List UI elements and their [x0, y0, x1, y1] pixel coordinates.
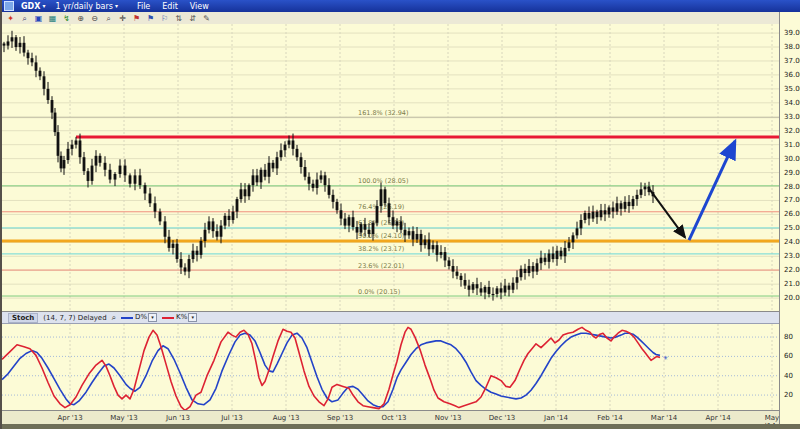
menu-edit[interactable]: Edit — [160, 2, 180, 11]
chart-style-icon[interactable]: ▣ — [33, 13, 44, 24]
time-axis-label: Aug '13 — [273, 414, 300, 422]
chevron-down-icon: ▾ — [42, 3, 45, 9]
price-axis-label: 34.00 — [784, 99, 800, 107]
time-axis-label: Sep '13 — [327, 414, 353, 422]
zoom-out-icon[interactable]: ⊖ — [89, 13, 100, 24]
stochastic-header: Stoch (14, 7, 7) Delayed ⌕ D%▾ K%▾ — [2, 311, 779, 324]
draw-tools-icon[interactable]: ✎ — [201, 13, 212, 24]
scale-down-icon[interactable]: ⇵ — [187, 13, 198, 24]
k-label: K% — [176, 313, 187, 321]
stoch-k-line — [2, 327, 660, 410]
blue-projection-arrow — [689, 141, 735, 240]
quote-star-icon[interactable]: ✦ — [5, 13, 16, 24]
price-axis-label: 38.00 — [784, 43, 800, 51]
price-chart-svg: 161.8% (32.94)100.0% (28.05)76.4% (26.19… — [2, 24, 779, 311]
d-dropdown[interactable]: ▾ — [148, 313, 157, 322]
price-axis-label: 36.00 — [784, 71, 800, 79]
time-axis-label: Apr '13 — [57, 414, 82, 422]
price-axis-label: 35.00 — [784, 85, 800, 93]
flag-forward-icon[interactable]: ⚑ — [145, 13, 156, 24]
price-axis-label: 22.00 — [784, 266, 800, 274]
magnifier-icon[interactable]: ⌕ — [112, 313, 116, 323]
time-axis-label: Oct '13 — [381, 414, 406, 422]
fib-label: 38.2% (23.17) — [358, 245, 404, 253]
stochastic-pane[interactable]: ✳ — [2, 324, 779, 410]
chevron-down-icon: ▾ — [115, 3, 118, 9]
menu-view[interactable]: View — [188, 2, 211, 11]
zoom-menu-icon[interactable]: ⌕ — [19, 13, 30, 24]
k-line-swatch — [162, 317, 174, 319]
indicators-icon[interactable]: ▦ — [47, 13, 58, 24]
fib-label: 161.8% (32.94) — [358, 109, 409, 117]
fib-label: 0.0% (20.15) — [358, 288, 400, 296]
fib-label: 100.0% (28.05) — [358, 177, 409, 185]
price-axis-label: 24.00 — [784, 238, 800, 246]
time-axis-label: Dec '13 — [489, 414, 516, 422]
k-dropdown[interactable]: ▾ — [188, 313, 197, 322]
menu-file[interactable]: File — [135, 2, 152, 11]
time-axis-label: Feb '14 — [597, 414, 622, 422]
black-projection-arrow — [648, 187, 685, 237]
stoch-axis-label: 80 — [784, 333, 793, 341]
fib-label: 23.6% (22.01) — [358, 262, 404, 270]
time-axis-label: Jan '14 — [544, 414, 568, 422]
price-chart-pane[interactable]: 161.8% (32.94)100.0% (28.05)76.4% (26.19… — [2, 24, 779, 311]
price-axis-label: 25.00 — [784, 224, 800, 232]
stoch-label: Stoch — [8, 313, 38, 323]
compare-icon[interactable]: ↯ — [61, 13, 72, 24]
time-axis-label: Nov '13 — [435, 414, 462, 422]
zoom-in-icon[interactable]: ⊕ — [75, 13, 86, 24]
price-axis-label: 28.00 — [784, 183, 800, 191]
d-label: D% — [135, 313, 147, 321]
symbol-dropdown[interactable]: GDX ▾ — [18, 2, 48, 11]
price-axis-label: 23.00 — [784, 252, 800, 260]
stoch-end-marker: ✳ — [663, 354, 668, 361]
time-axis-label: Apr '14 — [705, 414, 730, 422]
time-axis-label: Jul '13 — [221, 414, 243, 422]
stoch-d-line — [2, 333, 660, 407]
stochastic-svg: ✳ — [2, 324, 779, 410]
scale-up-icon[interactable]: ⇅ — [173, 13, 184, 24]
stoch-axis-label: 60 — [784, 352, 793, 360]
stoch-axis-label: 20 — [784, 391, 793, 399]
stoch-axis-label: 40 — [784, 372, 793, 380]
timeframe-dropdown[interactable]: 1 yr/daily bars ▾ — [52, 2, 121, 11]
price-axis-label: 32.00 — [784, 127, 800, 135]
legend-d: D%▾ — [121, 313, 157, 322]
time-axis-label: May '13 — [110, 414, 138, 422]
price-axis-label: 30.00 — [784, 155, 800, 163]
price-axis-label: 20.00 — [784, 294, 800, 302]
zoom-reset-icon[interactable]: ⌕ — [103, 13, 114, 24]
crosshair-icon[interactable]: ✛ — [117, 13, 128, 24]
chart-window: GDX ▾ 1 yr/daily bars ▾ File Edit View ✦… — [0, 0, 800, 429]
timeframe-label: 1 yr/daily bars — [55, 2, 113, 11]
d-line-swatch — [121, 317, 133, 319]
price-axis-label: 39.00 — [784, 29, 800, 37]
price-axis-label: 27.00 — [784, 196, 800, 204]
time-axis-label: Jun '13 — [166, 414, 190, 422]
stoch-params: (14, 7, 7) Delayed — [43, 314, 106, 322]
price-axis-label: 37.00 — [784, 57, 800, 65]
time-axis: Apr '13May '13Jun '13Jul '13Aug '13Sep '… — [2, 410, 779, 425]
title-bar: GDX ▾ 1 yr/daily bars ▾ File Edit View — [2, 0, 800, 12]
app-icon — [4, 1, 14, 11]
price-axis-label: 26.00 — [784, 210, 800, 218]
price-axis-label: 33.00 — [784, 113, 800, 121]
symbol-label: GDX — [21, 2, 40, 11]
flag-back-icon[interactable]: ⚐ — [159, 13, 170, 24]
price-axis-label: 31.00 — [784, 141, 800, 149]
price-axis: 39.0038.0037.0036.0035.0034.0033.0032.00… — [779, 12, 800, 424]
time-axis-label: Mar '14 — [651, 414, 677, 422]
price-axis-label: 29.00 — [784, 169, 800, 177]
window-bottom-frame — [2, 424, 800, 429]
menu-bar: File Edit View — [135, 2, 211, 11]
legend-k: K%▾ — [162, 313, 197, 322]
price-axis-label: 21.00 — [784, 280, 800, 288]
annotate-icon[interactable]: ⚑ — [131, 13, 142, 24]
